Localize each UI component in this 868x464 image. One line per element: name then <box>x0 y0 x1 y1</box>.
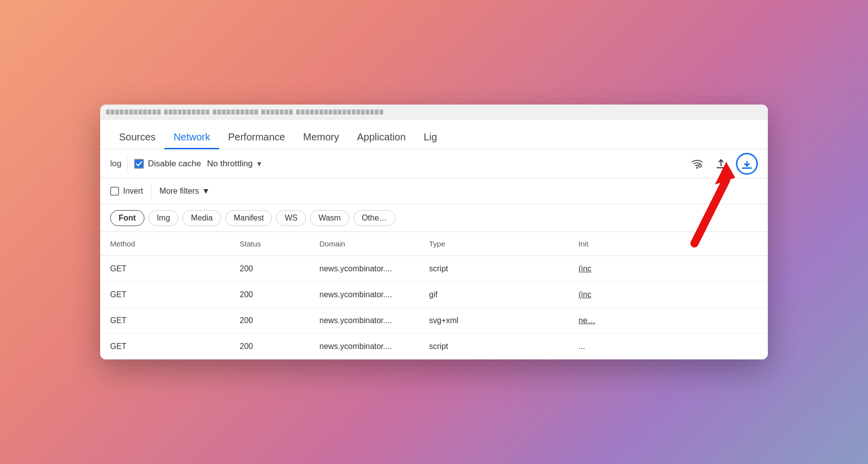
cell-type: svg+xml <box>429 316 579 325</box>
tab-lighthouse[interactable]: Lig <box>415 126 446 149</box>
cell-type: script <box>429 342 579 351</box>
divider-2 <box>151 184 151 198</box>
disable-cache-wrapper[interactable]: Disable cache <box>134 159 201 169</box>
chip-other[interactable]: Othe… <box>353 210 396 226</box>
more-filters-button[interactable]: More filters ▼ <box>159 187 210 196</box>
cell-init: ne… <box>579 316 678 325</box>
wifi-settings-icon[interactable] <box>688 155 706 173</box>
import-icon[interactable] <box>712 155 730 173</box>
chip-ws[interactable]: WS <box>276 210 306 226</box>
cell-domain: news.ycombinator.... <box>319 342 429 351</box>
invert-checkbox-wrapper[interactable]: Invert <box>110 187 143 196</box>
divider-1 <box>128 157 128 171</box>
throttle-label: No throttling <box>207 159 253 169</box>
more-filters-label: More filters <box>159 187 199 196</box>
table-row[interactable]: GET 200 news.ycombinator.... gif (inc <box>100 282 768 308</box>
cell-domain: news.ycombinator.... <box>319 316 429 325</box>
cell-init: (inc <box>579 290 678 299</box>
throttle-chevron-icon: ▼ <box>256 160 263 168</box>
col-header-init: Init <box>579 239 678 248</box>
cell-domain: news.ycombinator.... <box>319 290 429 299</box>
throttle-select[interactable]: No throttling ▼ <box>207 159 263 169</box>
cell-type: gif <box>429 290 579 299</box>
svg-point-1 <box>699 164 702 167</box>
chip-img[interactable]: Img <box>148 210 179 226</box>
cell-method: GET <box>110 342 240 351</box>
cell-type: script <box>429 264 579 273</box>
top-bar: ▓▓▓▓▓▓▓▓▓▓▓▓ ▓▓▓▓▓▓▓▓▓▓ ▓▓▓▓▓▓▓▓▓▓ ▓▓▓▓▓… <box>100 105 768 119</box>
table-row[interactable]: GET 200 news.ycombinator.... script (inc <box>100 256 768 282</box>
tab-performance[interactable]: Performance <box>219 126 294 149</box>
export-har-button[interactable] <box>736 153 758 175</box>
cell-method: GET <box>110 290 240 299</box>
col-header-method: Method <box>110 239 240 248</box>
more-filters-chevron-icon: ▼ <box>202 187 210 196</box>
disable-cache-checkbox[interactable] <box>134 159 144 169</box>
chips-row: Font Img Media Manifest WS Wasm Othe… <box>100 204 768 232</box>
disable-cache-label: Disable cache <box>148 159 201 169</box>
col-header-domain: Domain <box>319 239 429 248</box>
cell-status: 200 <box>240 290 319 299</box>
devtools-window: ▓▓▓▓▓▓▓▓▓▓▓▓ ▓▓▓▓▓▓▓▓▓▓ ▓▓▓▓▓▓▓▓▓▓ ▓▓▓▓▓… <box>100 105 768 359</box>
table-header: Method Status Domain Type Init <box>100 232 768 256</box>
tab-sources[interactable]: Sources <box>110 126 164 149</box>
chip-manifest[interactable]: Manifest <box>225 210 272 226</box>
filter-row: Invert More filters ▼ <box>100 178 768 204</box>
tab-network[interactable]: Network <box>164 126 219 149</box>
tab-application[interactable]: Application <box>348 126 415 149</box>
chip-wasm[interactable]: Wasm <box>310 210 349 226</box>
cell-init: (inc <box>579 264 678 273</box>
cell-method: GET <box>110 264 240 273</box>
tab-memory[interactable]: Memory <box>294 126 348 149</box>
cell-method: GET <box>110 316 240 325</box>
top-bar-text: ▓▓▓▓▓▓▓▓▓▓▓▓ ▓▓▓▓▓▓▓▓▓▓ ▓▓▓▓▓▓▓▓▓▓ ▓▓▓▓▓… <box>106 109 384 115</box>
invert-label: Invert <box>123 187 143 196</box>
toolbar-row: log Disable cache No throttling ▼ <box>100 149 768 178</box>
preserve-log-label: log <box>110 159 122 169</box>
chip-font[interactable]: Font <box>110 210 145 226</box>
cell-domain: news.ycombinator.... <box>319 264 429 273</box>
tabs-row: Sources Network Performance Memory Appli… <box>100 119 768 149</box>
table-row[interactable]: GET 200 news.ycombinator.... svg+xml ne… <box>100 308 768 334</box>
cell-status: 200 <box>240 342 319 351</box>
cell-status: 200 <box>240 316 319 325</box>
col-header-status: Status <box>240 239 319 248</box>
chip-media[interactable]: Media <box>182 210 221 226</box>
col-header-type: Type <box>429 239 579 248</box>
invert-checkbox[interactable] <box>110 187 119 196</box>
cell-status: 200 <box>240 264 319 273</box>
table-row[interactable]: GET 200 news.ycombinator.... script ... <box>100 334 768 359</box>
svg-point-0 <box>697 167 698 168</box>
cell-init: ... <box>579 342 678 351</box>
table-body: GET 200 news.ycombinator.... script (inc… <box>100 256 768 359</box>
